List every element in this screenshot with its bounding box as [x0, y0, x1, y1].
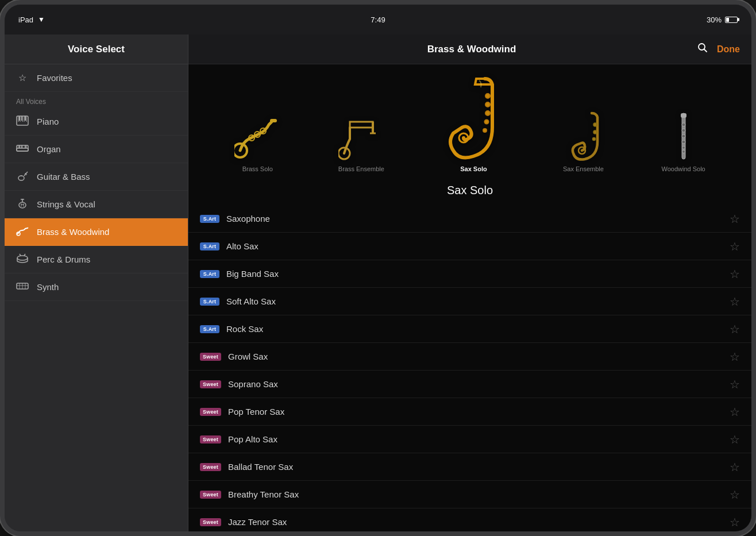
svg-line-35 — [20, 254, 21, 256]
svg-rect-10 — [17, 148, 28, 151]
favorite-star-button[interactable]: ☆ — [730, 379, 740, 390]
favorite-star-button[interactable]: ☆ — [730, 296, 740, 307]
svg-point-54 — [485, 102, 490, 107]
svg-point-57 — [483, 129, 487, 132]
voice-row[interactable]: SweetGrowl Sax☆ — [188, 343, 751, 371]
guitar-icon — [16, 171, 29, 183]
voice-badge: S.Art — [200, 298, 219, 306]
voice-row[interactable]: SweetBreathy Tenor Sax☆ — [188, 481, 751, 508]
voice-row[interactable]: S.ArtRock Sax☆ — [188, 315, 751, 343]
favorite-star-button[interactable]: ☆ — [730, 406, 740, 418]
voice-row[interactable]: SweetPop Tenor Sax☆ — [188, 398, 751, 426]
voice-badge: S.Art — [200, 215, 219, 223]
instrument-woodwind-solo[interactable]: Woodwind Solo — [661, 93, 705, 172]
voice-row[interactable]: SweetJazz Tenor Sax☆ — [188, 508, 751, 531]
voice-name: Big Band Sax — [226, 269, 730, 279]
voice-row[interactable]: S.ArtSoft Alto Sax☆ — [188, 288, 751, 315]
svg-point-69 — [682, 151, 685, 153]
svg-point-61 — [593, 138, 596, 141]
voice-row[interactable]: SweetBallad Tenor Sax☆ — [188, 453, 751, 481]
voice-name: Alto Sax — [226, 241, 730, 251]
voice-name: Ballad Tenor Sax — [228, 462, 730, 472]
woodwind-solo-label: Woodwind Solo — [661, 165, 705, 172]
svg-rect-6 — [19, 116, 20, 121]
favorites-icon: ☆ — [16, 72, 29, 83]
svg-point-65 — [682, 129, 685, 132]
status-right: 30% — [707, 16, 738, 24]
svg-line-43 — [704, 49, 707, 52]
sidebar-item-favorites[interactable]: ☆ Favorites — [5, 64, 188, 92]
section-label: All Voices — [5, 92, 188, 108]
status-bar: iPad ▼ 7:49 30% — [5, 5, 751, 34]
search-button[interactable] — [697, 43, 708, 56]
panel-actions: Done — [697, 43, 740, 56]
voice-row[interactable]: S.ArtAlto Sax☆ — [188, 233, 751, 260]
sidebar-item-brass-woodwind[interactable]: Brass & Woodwind — [5, 218, 188, 246]
voice-name: Rock Sax — [226, 324, 730, 334]
strings-icon — [16, 198, 29, 211]
favorite-star-button[interactable]: ☆ — [730, 351, 740, 363]
perc-icon — [16, 253, 29, 266]
svg-line-31 — [28, 227, 28, 228]
sidebar-item-guitar-bass[interactable]: Guitar & Bass — [5, 163, 188, 191]
voice-row[interactable]: S.ArtBig Band Sax☆ — [188, 260, 751, 288]
instrument-brass-ensemble[interactable]: Brass Ensemble — [338, 93, 384, 172]
voice-badge: Sweet — [200, 463, 221, 471]
brass-ensemble-label: Brass Ensemble — [338, 165, 384, 172]
svg-point-55 — [485, 111, 490, 115]
panel-title: Brass & Woodwind — [246, 44, 697, 55]
sidebar-item-organ[interactable]: Organ — [5, 136, 188, 163]
sidebar-item-perc-drums[interactable]: Perc & Drums — [5, 246, 188, 273]
voice-row[interactable]: S.ArtSaxophone☆ — [188, 205, 751, 233]
favorite-star-button[interactable]: ☆ — [730, 489, 740, 500]
synth-label: Synth — [37, 282, 59, 292]
battery-percent: 30% — [707, 16, 722, 24]
svg-rect-7 — [21, 116, 22, 121]
sidebar-item-piano[interactable]: Piano — [5, 108, 188, 136]
favorite-star-button[interactable]: ☆ — [730, 323, 740, 335]
wifi-icon: ▼ — [38, 16, 45, 24]
voice-badge: S.Art — [200, 242, 219, 250]
svg-point-32 — [17, 256, 28, 260]
voice-name: Breathy Tenor Sax — [228, 489, 730, 499]
voice-badge: S.Art — [200, 270, 219, 278]
piano-icon — [16, 115, 29, 128]
selected-instrument-name: Sax Solo — [188, 178, 751, 205]
done-button[interactable]: Done — [717, 44, 740, 55]
voice-badge: Sweet — [200, 435, 221, 444]
voice-row[interactable]: SweetPop Alto Sax☆ — [188, 426, 751, 453]
favorite-star-button[interactable]: ☆ — [730, 516, 740, 528]
favorite-star-button[interactable]: ☆ — [730, 268, 740, 280]
svg-rect-16 — [19, 145, 20, 148]
svg-line-36 — [24, 254, 25, 256]
favorite-star-button[interactable]: ☆ — [730, 213, 740, 225]
favorite-star-button[interactable]: ☆ — [730, 241, 740, 252]
svg-point-53 — [485, 94, 490, 98]
svg-point-19 — [18, 176, 24, 180]
piano-label: Piano — [37, 117, 59, 126]
voice-name: Pop Alto Sax — [228, 434, 730, 444]
instrument-sax-ensemble[interactable]: Sax Ensemble — [563, 93, 604, 172]
favorite-star-button[interactable]: ☆ — [730, 461, 740, 473]
favorite-star-button[interactable]: ☆ — [730, 434, 740, 445]
svg-point-24 — [19, 202, 26, 208]
voice-row[interactable]: SweetSoprano Sax☆ — [188, 371, 751, 398]
instrument-brass-solo[interactable]: Brass Solo — [234, 93, 280, 172]
svg-rect-17 — [21, 145, 22, 148]
battery-icon — [725, 17, 738, 23]
sidebar-item-strings-vocal[interactable]: Strings & Vocal — [5, 191, 188, 218]
instrument-sax-solo[interactable]: Sax Solo — [442, 76, 505, 172]
perc-label: Perc & Drums — [37, 254, 90, 264]
sidebar-header: Voice Select — [5, 34, 188, 64]
svg-point-68 — [682, 146, 685, 149]
status-time: 7:49 — [371, 16, 385, 24]
voice-name: Saxophone — [226, 214, 730, 223]
voice-badge: Sweet — [200, 380, 221, 388]
device-frame: iPad ▼ 7:49 30% Voice Select ☆ Favorites — [0, 0, 756, 536]
voice-name: Soprano Sax — [228, 379, 730, 389]
sidebar-item-synth[interactable]: Synth — [5, 273, 188, 301]
voice-list: S.ArtSaxophone☆S.ArtAlto Sax☆S.ArtBig Ba… — [188, 205, 751, 531]
right-panel: Brass & Woodwind Done — [188, 34, 751, 531]
voice-name: Pop Tenor Sax — [228, 407, 730, 417]
voice-name: Growl Sax — [228, 352, 730, 361]
